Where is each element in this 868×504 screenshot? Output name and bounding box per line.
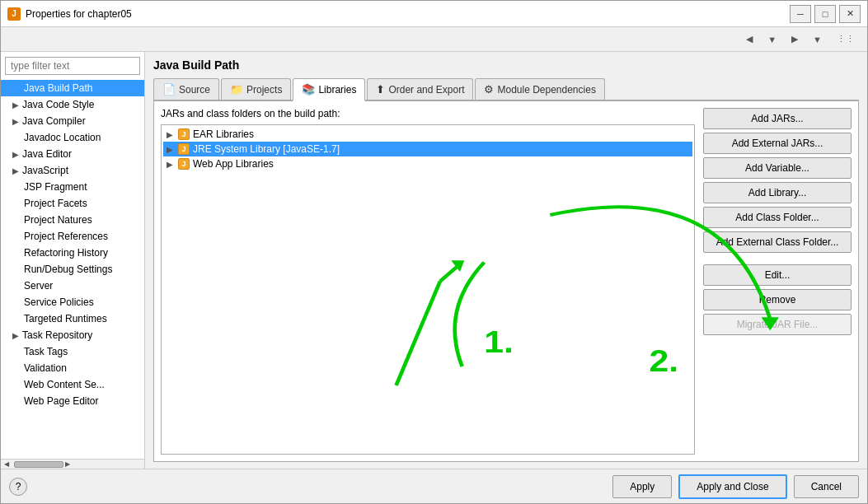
tab-libraries[interactable]: 📚Libraries [293, 78, 365, 101]
hscroll-right-arrow[interactable]: ▶ [63, 460, 72, 468]
cancel-button[interactable]: Cancel [794, 475, 859, 498]
library-tree[interactable]: ▶JEAR Libraries▶JJRE System Library [Jav… [161, 124, 695, 455]
title-bar: J Properties for chapter05 ─ □ ✕ [1, 1, 867, 27]
bottom-bar: ? Apply Apply and Close Cancel [1, 469, 867, 503]
sidebar-item-java-build-path[interactable]: Java Build Path [1, 80, 144, 96]
back-dropdown-button[interactable]: ▼ [762, 31, 782, 48]
forward-dropdown-button[interactable]: ▼ [807, 31, 828, 48]
sidebar-item-javascript[interactable]: ▶JavaScript [1, 162, 144, 179]
tab-icon-libraries: 📚 [302, 83, 315, 96]
sidebar-item-label: JavaScript [22, 165, 68, 176]
filter-input[interactable] [5, 57, 140, 75]
tab-label-source: Source [179, 84, 210, 96]
tab-label-projects: Projects [246, 84, 282, 96]
tab-projects[interactable]: 📁Projects [221, 78, 291, 100]
tree-item-ear-libraries[interactable]: ▶JEAR Libraries [163, 127, 692, 142]
sidebar: Java Build Path▶Java Code Style▶Java Com… [1, 52, 145, 469]
jar-icon: J [178, 143, 190, 155]
sidebar-item-server[interactable]: Server [1, 278, 144, 294]
sidebar-item-project-natures[interactable]: Project Natures [1, 212, 144, 228]
window-icon: J [7, 7, 21, 21]
apply-button[interactable]: Apply [612, 475, 672, 498]
sidebar-item-java-editor[interactable]: ▶Java Editor [1, 146, 144, 162]
sidebar-item-javadoc-location[interactable]: Javadoc Location [1, 129, 144, 146]
add-variable-button[interactable]: Add Variable... [703, 157, 852, 179]
sidebar-item-web-page-editor[interactable]: Web Page Editor [1, 393, 144, 409]
migrate-jar-file-button: Migrate JAR File... [703, 314, 852, 335]
library-panel: JARs and class folders on the build path… [161, 108, 695, 455]
sidebar-item-project-references[interactable]: Project References [1, 228, 144, 245]
sidebar-item-label: Project Facets [24, 198, 87, 209]
right-panel: Java Build Path 📄Source📁Projects📚Librari… [145, 52, 867, 469]
tab-order-export[interactable]: ⬆Order and Export [367, 78, 473, 100]
tree-item-label: Web App Libraries [193, 158, 274, 170]
jar-icon: J [178, 158, 190, 170]
buttons-panel: Add JARs...Add External JARs...Add Varia… [703, 108, 852, 455]
sidebar-inner: Java Build Path▶Java Code Style▶Java Com… [1, 80, 144, 459]
forward-button[interactable]: ▶ [786, 30, 804, 48]
sidebar-item-jsp-fragment[interactable]: JSP Fragment [1, 179, 144, 195]
sidebar-hscroll: ◀ ▶ [1, 459, 144, 469]
main-window: J Properties for chapter05 ─ □ ✕ ◀ ▼ ▶ ▼… [0, 0, 868, 504]
sidebar-item-run-debug-settings[interactable]: Run/Debug Settings [1, 261, 144, 278]
remove-button[interactable]: Remove [703, 289, 852, 310]
sidebar-item-java-code-style[interactable]: ▶Java Code Style [1, 96, 144, 113]
sidebar-item-service-policies[interactable]: Service Policies [1, 294, 144, 310]
sidebar-item-label: Service Policies [24, 296, 94, 308]
sidebar-item-label: Java Editor [22, 148, 72, 160]
tab-icon-source: 📄 [162, 83, 176, 96]
edit-button[interactable]: Edit... [703, 264, 852, 286]
sidebar-item-validation[interactable]: Validation [1, 360, 144, 376]
sidebar-item-task-repository[interactable]: ▶Task Repository [1, 327, 144, 343]
sidebar-item-label: Javadoc Location [24, 132, 101, 143]
help-button[interactable]: ? [9, 478, 27, 496]
tree-item-web-app-libraries[interactable]: ▶JWeb App Libraries [163, 156, 692, 171]
window-title: Properties for chapter05 [26, 8, 790, 20]
sidebar-item-label: Java Compiler [22, 115, 86, 127]
sidebar-item-project-facets[interactable]: Project Facets [1, 195, 144, 212]
add-external-jars-button[interactable]: Add External JARs... [703, 133, 852, 154]
sidebar-item-targeted-runtimes[interactable]: Targeted Runtimes [1, 310, 144, 327]
minimize-button[interactable]: ─ [790, 5, 811, 23]
maximize-button[interactable]: □ [814, 5, 836, 23]
sidebar-item-label: Web Content Se... [24, 379, 105, 390]
tab-label-libraries: Libraries [318, 84, 356, 96]
hscroll-thumb[interactable] [14, 461, 63, 468]
add-jars-button[interactable]: Add JARs... [703, 108, 852, 129]
close-button[interactable]: ✕ [839, 5, 861, 23]
sidebar-item-task-tags[interactable]: Task Tags [1, 343, 144, 360]
sidebar-item-refactoring-history[interactable]: Refactoring History [1, 245, 144, 261]
sidebar-item-label: Targeted Runtimes [24, 313, 107, 324]
sidebar-item-label: Project Natures [24, 214, 92, 226]
sidebar-item-label: Server [24, 280, 53, 292]
sidebar-item-label: Refactoring History [24, 247, 108, 259]
add-external-class-folder-button[interactable]: Add External Class Folder... [703, 231, 852, 253]
expand-arrow-icon: ▶ [12, 117, 19, 126]
sidebar-item-label: Java Build Path [24, 82, 92, 94]
back-button[interactable]: ◀ [740, 30, 758, 48]
tabs-bar: 📄Source📁Projects📚Libraries⬆Order and Exp… [153, 78, 859, 101]
window-controls: ─ □ ✕ [790, 5, 861, 23]
tab-icon-order-export: ⬆ [376, 83, 385, 96]
add-class-folder-button[interactable]: Add Class Folder... [703, 207, 852, 228]
sidebar-item-java-compiler[interactable]: ▶Java Compiler [1, 113, 144, 129]
more-options-button[interactable]: ⋮⋮ [831, 30, 861, 48]
tree-item-jre-system-library[interactable]: ▶JJRE System Library [JavaSE-1.7] [163, 142, 692, 156]
tree-expand-icon: ▶ [167, 130, 178, 139]
sidebar-list: Java Build Path▶Java Code Style▶Java Com… [1, 80, 144, 459]
tab-icon-projects: 📁 [230, 83, 243, 96]
tab-module-dependencies[interactable]: ⚙Module Dependencies [475, 78, 604, 100]
tree-item-label: EAR Libraries [193, 128, 254, 140]
apply-and-close-button[interactable]: Apply and Close [678, 474, 786, 499]
sidebar-item-label: Task Repository [22, 329, 92, 341]
hscroll-left-arrow[interactable]: ◀ [2, 460, 11, 468]
tree-expand-icon: ▶ [167, 145, 178, 154]
expand-arrow-icon: ▶ [12, 150, 19, 159]
jars-label: JARs and class folders on the build path… [161, 108, 695, 119]
panel-title: Java Build Path [153, 58, 859, 72]
tree-expand-icon: ▶ [167, 160, 178, 169]
sidebar-item-web-content-settings[interactable]: Web Content Se... [1, 376, 144, 393]
add-library-button[interactable]: Add Library... [703, 182, 852, 203]
sidebar-item-label: Project References [24, 231, 108, 242]
tab-source[interactable]: 📄Source [153, 78, 219, 100]
